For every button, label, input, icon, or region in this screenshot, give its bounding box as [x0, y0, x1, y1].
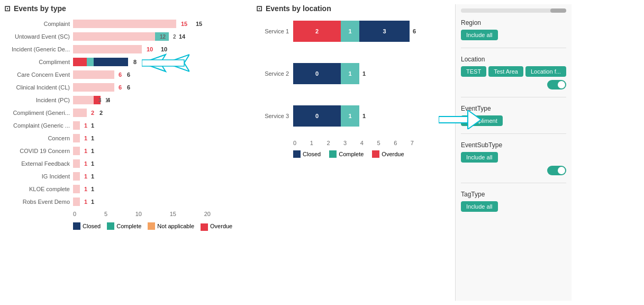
legend-complete: Complete: [107, 221, 141, 231]
events-by-type-panel: ⊡ Events by type Complaint 15 15 Untowar…: [4, 4, 248, 301]
table-row: Compliment (Generi... 2 2: [4, 107, 248, 119]
table-row: Service 1 2 1 3 6: [256, 18, 447, 44]
scrollbar-area[interactable]: [461, 8, 566, 13]
table-row: Robs Event Demo 1 1: [4, 196, 248, 208]
eventsubtype-toggle-row: [461, 166, 566, 175]
filter-tag-include-all-region[interactable]: Include all: [461, 30, 498, 40]
right-arrow-annotation: [439, 110, 481, 131]
filter-label-region: Region: [461, 19, 566, 26]
events-by-type-title: ⊡ Events by type: [4, 4, 248, 13]
legend-overdue-loc: Overdue: [372, 150, 404, 158]
legend-overdue: Overdue: [201, 221, 232, 231]
table-row: Service 2 0 1 1: [256, 60, 447, 87]
legend-closed: Closed: [73, 221, 101, 231]
filter-tag-include-all-tagtype[interactable]: Include all: [461, 201, 498, 212]
filter-tag-test-area[interactable]: Test Area: [488, 66, 523, 77]
eventsubtype-toggle[interactable]: [547, 166, 566, 175]
table-row: Compliment 8: [4, 56, 248, 68]
scrollbar-thumb[interactable]: [550, 8, 566, 13]
table-row: Incident (PC) 3 1 4: [4, 94, 248, 106]
legend-not-applicable: Not applicable: [148, 221, 194, 231]
table-row: Complaint (Generic ... 1 1: [4, 120, 248, 131]
events-by-location-panel: ⊡ Events by location Service 1 2 1 3 6 S…: [256, 4, 447, 301]
filter-label-tagtype: TagType: [461, 191, 566, 198]
table-row: Complaint 15 15: [4, 18, 248, 30]
divider: [461, 97, 566, 97]
loc-chart-legend: Closed Complete Overdue: [293, 150, 447, 158]
svg-rect-3: [439, 116, 470, 123]
filter-tag-include-all-eventsubtype[interactable]: Include all: [461, 152, 498, 163]
divider: [461, 183, 566, 183]
filter-section-location: Location TEST Test Area Location f...: [461, 56, 566, 89]
loc-x-axis: 0 1 2 3 4 5 6 7: [293, 140, 414, 146]
table-row: Concern 1 1: [4, 132, 248, 144]
table-row: Care Concern Event 6 6: [4, 69, 248, 80]
table-row: Service 3 0 1 1: [256, 103, 447, 129]
arrow-annotation: [142, 53, 189, 74]
table-row: External Feedback 1 1: [4, 158, 248, 169]
filter-sidebar: Region Include all Location TEST Test Ar…: [455, 4, 572, 301]
divider: [461, 133, 566, 134]
chart-legend: Closed Complete Not applicable Overdue: [73, 221, 248, 231]
table-row: Clinical Incident (CL) 6 6: [4, 82, 248, 93]
table-row: COVID 19 Concern 1 1: [4, 145, 248, 157]
location-toggle[interactable]: [547, 80, 566, 89]
filter-tag-test[interactable]: TEST: [461, 66, 486, 77]
legend-complete-loc: Complete: [329, 150, 364, 158]
filter-tag-location-f[interactable]: Location f...: [525, 66, 566, 77]
location-toggle-row: [461, 80, 566, 89]
table-row: Untoward Event (SC) 12 2 14: [4, 31, 248, 42]
filter-section-eventsubtype: EventSubType Include all: [461, 141, 566, 175]
events-by-location-title: ⊡ Events by location: [256, 4, 447, 13]
divider: [461, 48, 566, 48]
filter-tags-region: Include all: [461, 30, 566, 40]
filter-tags-tagtype: Include all: [461, 201, 566, 212]
svg-rect-2: [142, 60, 184, 66]
x-axis: 0 5 10 15 20: [73, 211, 211, 217]
filter-tags-location: TEST Test Area Location f...: [461, 66, 566, 77]
table-row: IG Incident 1 1: [4, 171, 248, 182]
filter-label-eventsubtype: EventSubType: [461, 141, 566, 149]
filter-section-region: Region Include all: [461, 19, 566, 40]
filter-label-location: Location: [461, 56, 566, 63]
table-row: KLOE complete 1 1: [4, 183, 248, 195]
filter-section-tagtype: TagType Include all: [461, 191, 566, 212]
chart-icon: ⊡: [4, 4, 11, 13]
svg-marker-4: [468, 110, 481, 129]
legend-closed-loc: Closed: [293, 150, 321, 158]
events-by-type-chart: Complaint 15 15 Untoward Event (SC) 12 2…: [4, 18, 248, 231]
chart-icon-loc: ⊡: [256, 4, 262, 13]
filter-tags-eventsubtype: Include all: [461, 152, 566, 163]
table-row: Incident (Generic De... 10 10: [4, 43, 248, 55]
